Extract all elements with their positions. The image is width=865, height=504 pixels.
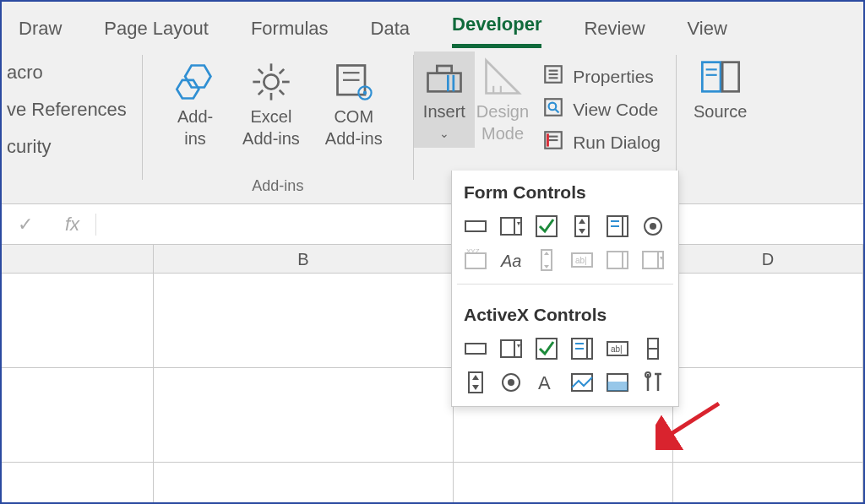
activex-checkbox-icon[interactable] (531, 333, 562, 364)
svg-marker-20 (486, 61, 519, 94)
excel-addins-button[interactable]: Excel Add-ins (241, 57, 302, 153)
form-listbox-icon[interactable] (602, 211, 633, 241)
svg-marker-45 (579, 229, 585, 234)
svg-marker-68 (517, 344, 520, 348)
dialog-run-icon (542, 129, 564, 155)
activex-label-icon[interactable]: A (531, 367, 562, 398)
cell[interactable] (154, 368, 454, 462)
addins-group-label: Add-ins (252, 174, 303, 200)
cell[interactable] (454, 463, 673, 502)
form-spinner-icon[interactable] (567, 211, 597, 241)
svg-point-15 (363, 91, 367, 95)
svg-rect-52 (465, 253, 486, 268)
tab-developer[interactable]: Developer (452, 8, 541, 48)
cancel-icon[interactable]: ✓ (2, 214, 49, 236)
insert-dropdown-button[interactable]: Insert ⌄ (414, 51, 475, 148)
svg-rect-16 (427, 73, 460, 92)
activex-spinbutton-icon[interactable] (460, 367, 491, 398)
svg-point-28 (549, 103, 557, 111)
svg-rect-17 (437, 66, 451, 73)
column-headers: B C D (2, 245, 863, 274)
activex-image-icon[interactable] (567, 367, 597, 398)
cell[interactable] (154, 274, 454, 367)
svg-rect-69 (536, 339, 557, 359)
tab-page-layout[interactable]: Page Layout (104, 13, 209, 48)
form-combobox-icon[interactable] (496, 211, 526, 241)
truncated-item[interactable]: acro (7, 62, 127, 84)
properties-button[interactable]: Properties (542, 63, 661, 89)
activex-combobox-icon[interactable] (496, 333, 526, 364)
svg-rect-65 (465, 344, 486, 354)
cell[interactable] (154, 463, 454, 502)
insert-dropdown-panel: Form Controls XYZ Aa ab| ActiveX Control… (451, 171, 679, 407)
table-row (2, 368, 863, 463)
form-combo-list-icon[interactable] (602, 245, 633, 275)
svg-rect-34 (702, 62, 721, 92)
form-scrollbar-icon[interactable] (531, 245, 562, 275)
activex-more-controls-icon[interactable] (638, 367, 668, 398)
svg-text:ab|: ab| (575, 256, 587, 265)
form-label-icon[interactable]: Aa (496, 245, 526, 275)
gear-icon (249, 60, 293, 104)
addins-button[interactable]: Add- ins (171, 57, 219, 153)
fx-button[interactable]: fx (49, 214, 96, 236)
view-code-button[interactable]: View Code (542, 96, 661, 122)
truncated-item[interactable]: curity (7, 136, 127, 158)
svg-marker-57 (544, 265, 549, 268)
activex-textbox-icon[interactable]: ab| (602, 333, 633, 364)
tab-view[interactable]: View (688, 13, 727, 48)
activex-optionbutton-icon[interactable] (496, 367, 526, 398)
truncated-item[interactable]: ve References (7, 99, 127, 121)
cell[interactable] (2, 368, 154, 462)
view-code-label: View Code (573, 100, 658, 120)
source-label: Source (694, 100, 747, 122)
form-combo-dropdown-icon[interactable] (638, 245, 668, 275)
cell[interactable] (673, 463, 863, 502)
excel-addins-label: Excel Add-ins (242, 106, 300, 149)
col-header-blank[interactable] (2, 245, 154, 273)
svg-rect-39 (501, 218, 521, 235)
tab-draw[interactable]: Draw (19, 13, 62, 48)
source-button[interactable]: Source (692, 51, 748, 126)
tab-formulas[interactable]: Formulas (251, 13, 329, 48)
svg-line-8 (280, 90, 284, 95)
col-header-d[interactable]: D (673, 245, 863, 273)
cell[interactable] (673, 368, 863, 462)
addins-label: Add- ins (177, 106, 213, 149)
group-addins: Add- ins Excel Add-ins COM Add-ins Add-i… (143, 48, 413, 203)
svg-rect-86 (607, 382, 628, 391)
form-optionbutton-icon[interactable] (638, 211, 668, 241)
svg-line-7 (258, 69, 263, 73)
com-addins-label: COM Add-ins (325, 106, 383, 149)
tab-data[interactable]: Data (371, 13, 410, 48)
worksheet-grid (2, 274, 863, 503)
form-checkbox-icon[interactable] (531, 211, 562, 241)
cell[interactable] (2, 274, 154, 367)
activex-commandbutton-icon[interactable] (460, 333, 491, 364)
form-button-icon[interactable] (460, 211, 491, 241)
svg-rect-42 (536, 216, 557, 236)
magnifier-icon (542, 96, 564, 122)
activex-listbox-icon[interactable] (567, 333, 597, 364)
form-textfield-icon[interactable]: ab| (567, 245, 597, 275)
cell[interactable] (673, 274, 863, 367)
svg-marker-79 (472, 375, 479, 380)
svg-line-29 (555, 109, 558, 112)
svg-rect-84 (572, 374, 592, 391)
ribbon-left-truncated: acro ve References curity (2, 48, 142, 203)
form-groupbox-icon[interactable]: XYZ (460, 245, 491, 275)
form-controls-title: Form Controls (452, 171, 678, 211)
table-row (2, 463, 863, 503)
svg-marker-56 (544, 252, 549, 255)
col-header-b[interactable]: B (154, 245, 454, 273)
svg-point-2 (264, 74, 278, 89)
run-dialog-button[interactable]: Run Dialog (542, 129, 661, 155)
activex-controls-grid: ab| A (452, 333, 678, 398)
cell[interactable] (2, 463, 154, 502)
activex-togglebutton-icon[interactable] (602, 367, 633, 398)
activex-scrollbar-icon[interactable] (638, 333, 668, 364)
formula-bar: ✓ fx (2, 204, 863, 245)
design-mode-button[interactable]: Design Mode (475, 51, 530, 148)
com-addins-button[interactable]: COM Add-ins (324, 57, 384, 153)
tab-review[interactable]: Review (584, 13, 645, 48)
